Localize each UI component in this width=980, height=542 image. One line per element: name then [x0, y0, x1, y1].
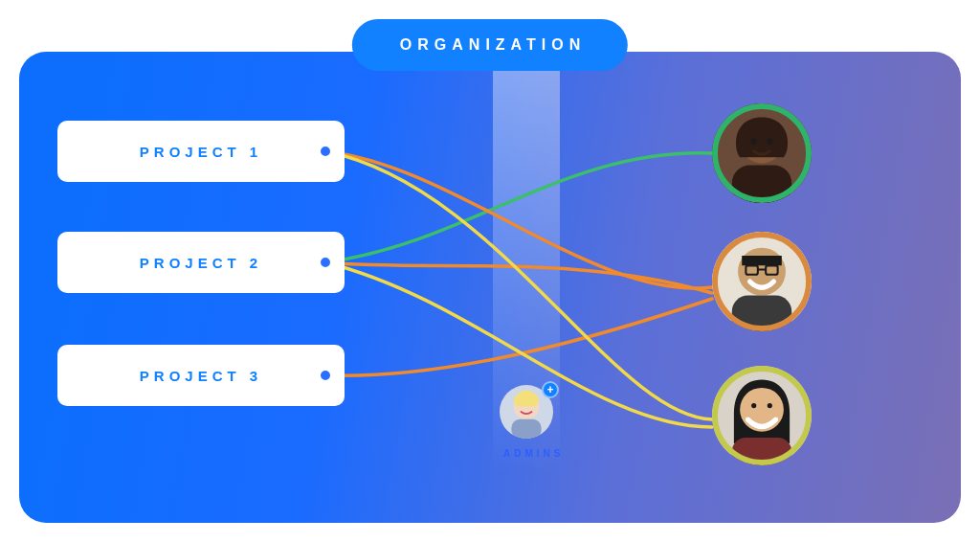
connector-dot-3	[317, 367, 334, 384]
svg-point-3	[751, 138, 757, 144]
svg-point-14	[751, 403, 756, 408]
user-avatar-1	[712, 103, 812, 203]
project-label: PROJECT 1	[140, 144, 262, 160]
user-avatar-2	[712, 232, 812, 331]
organization-header: ORGANIZATION	[352, 19, 628, 71]
svg-point-15	[768, 403, 772, 408]
svg-rect-7	[732, 296, 791, 331]
svg-point-4	[767, 138, 772, 144]
diagram-canvas: PROJECT 1 PROJECT 2 PROJECT 3 + ADMINS	[19, 52, 961, 523]
connector-dot-2	[317, 254, 334, 271]
admin-label: ADMINS	[503, 448, 564, 459]
project-card-3: PROJECT 3	[57, 345, 345, 406]
svg-rect-2	[732, 165, 791, 203]
project-card-2: PROJECT 2	[57, 232, 345, 293]
project-label: PROJECT 2	[140, 255, 262, 271]
project-label: PROJECT 3	[140, 368, 262, 384]
svg-rect-18	[511, 419, 541, 439]
user-avatar-3	[712, 366, 812, 465]
connector-dot-1	[317, 143, 334, 160]
project-card-1: PROJECT 1	[57, 121, 345, 182]
admin-add-badge[interactable]: +	[542, 381, 559, 398]
